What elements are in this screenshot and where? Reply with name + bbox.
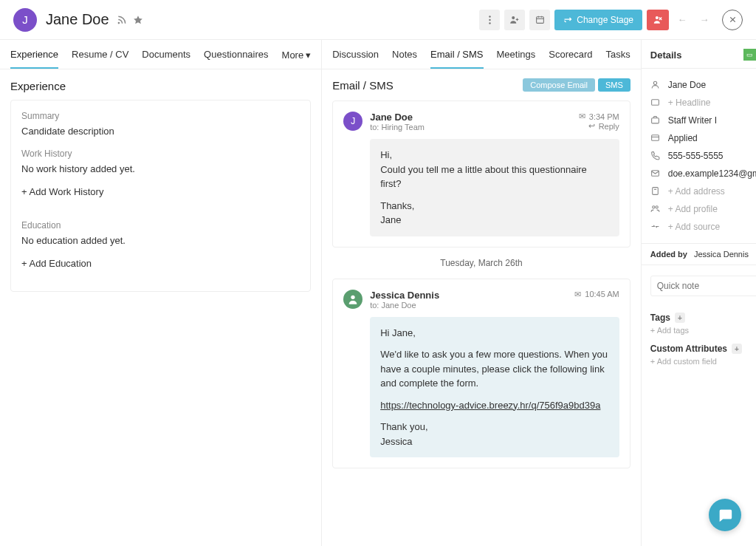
id-icon <box>650 98 661 108</box>
add-custom-button[interactable]: + <box>732 344 742 354</box>
date-divider: Tuesday, March 26th <box>332 258 630 268</box>
tab-scorecard[interactable]: Scorecard <box>549 49 592 69</box>
detail-email: doe.example1234@gmail.com <box>668 168 756 179</box>
detail-position: Staff Writer I <box>668 115 717 126</box>
svg-rect-24 <box>652 188 658 195</box>
close-button[interactable] <box>722 10 743 30</box>
person-icon <box>650 80 661 90</box>
msg-avatar: J <box>343 112 362 131</box>
msg-avatar <box>343 290 362 309</box>
svg-point-0 <box>118 22 119 23</box>
next-button[interactable]: → <box>695 11 713 29</box>
svg-point-5 <box>512 16 515 19</box>
star-icon[interactable] <box>133 15 143 25</box>
chat-bubble[interactable] <box>709 499 741 531</box>
add-custom-field-link[interactable]: + Add custom field <box>650 357 756 366</box>
msg-to: to: Hiring Team <box>370 123 425 132</box>
envelope-icon: ✉ <box>574 290 581 299</box>
education-label: Education <box>21 220 300 231</box>
view-toggle-card[interactable]: ▭ <box>743 49 756 61</box>
sms-button[interactable]: SMS <box>598 78 630 92</box>
add-work-history-link[interactable]: + Add Work History <box>21 186 300 197</box>
message: J Jane Doe to: Hiring Team ✉ 3:34 PM ↩ R… <box>332 100 630 248</box>
svg-point-4 <box>489 22 490 24</box>
questionnaire-link[interactable]: https://technology-advice.breezy.hr/q/75… <box>380 400 600 411</box>
quick-note-input[interactable] <box>657 281 756 291</box>
briefcase-icon <box>650 115 661 126</box>
detail-name: Jane Doe <box>668 80 706 90</box>
svg-rect-21 <box>651 135 659 141</box>
education-text: No education added yet. <box>21 235 300 246</box>
change-stage-button[interactable]: Change Stage <box>554 10 642 30</box>
status-icon <box>650 133 661 143</box>
svg-point-3 <box>489 18 490 20</box>
custom-attrs-title: Custom Attributes <box>650 344 727 354</box>
disqualify-button[interactable] <box>647 10 669 30</box>
svg-point-26 <box>652 206 654 208</box>
tab-documents[interactable]: Documents <box>142 49 190 69</box>
compose-email-button[interactable]: Compose Email <box>523 78 595 92</box>
svg-point-17 <box>351 295 355 298</box>
added-by-value: Jessica Dennis <box>694 250 749 259</box>
more-button[interactable] <box>479 10 500 30</box>
prev-button[interactable]: ← <box>673 11 691 29</box>
mid-title: Email / SMS <box>332 79 394 92</box>
svg-rect-20 <box>651 118 659 123</box>
experience-panel: Summary Candidate description Work Histo… <box>10 100 311 292</box>
svg-rect-19 <box>651 100 659 106</box>
reply-link[interactable]: ↩ Reply <box>579 121 619 131</box>
email-icon <box>650 168 661 179</box>
add-tag-button[interactable]: + <box>675 313 685 323</box>
add-address-link[interactable]: + Add address <box>668 186 725 197</box>
middle-column: Discussion Notes Email / SMS Meetings Sc… <box>322 40 642 546</box>
svg-point-27 <box>656 206 658 208</box>
candidate-avatar: J <box>13 8 37 32</box>
msg-body: Hi,Could you tell me a little about this… <box>370 139 619 236</box>
msg-from: Jessica Dennis <box>370 290 439 301</box>
phone-icon <box>650 151 661 161</box>
thread: J Jane Doe to: Hiring Team ✉ 3:34 PM ↩ R… <box>322 100 641 479</box>
svg-point-12 <box>656 16 659 19</box>
summary-text: Candidate description <box>21 126 300 137</box>
tab-questionnaires[interactable]: Questionnaires <box>204 49 268 69</box>
tab-tasks[interactable]: Tasks <box>606 49 630 69</box>
chevron-down-icon: ▾ <box>306 50 311 61</box>
tab-more[interactable]: More▾ <box>282 49 312 69</box>
add-headline-link[interactable]: + Headline <box>668 98 711 108</box>
right-column: Details ▭ ▢ Jane Doe + Headline Staff Wr… <box>642 40 756 546</box>
tab-meetings[interactable]: Meetings <box>497 49 536 69</box>
source-icon <box>650 222 661 232</box>
tags-title: Tags <box>650 313 670 323</box>
msg-time: 3:34 PM <box>589 112 619 121</box>
details-title: Details <box>650 50 682 61</box>
svg-rect-8 <box>536 17 543 24</box>
svg-marker-1 <box>134 16 142 24</box>
work-history-text: No work history added yet. <box>21 163 300 174</box>
tab-resume[interactable]: Resume / CV <box>72 49 128 69</box>
tab-discussion[interactable]: Discussion <box>332 49 379 69</box>
added-by: Added by Jessica Dennis <box>642 244 756 265</box>
add-education-link[interactable]: + Add Education <box>21 258 300 269</box>
quick-note[interactable]: 🔒 <box>650 276 756 296</box>
work-history-label: Work History <box>21 149 300 159</box>
msg-time: 10:45 AM <box>585 290 619 298</box>
user-button[interactable] <box>504 10 525 30</box>
tab-email-sms[interactable]: Email / SMS <box>430 49 484 69</box>
header: J Jane Doe Change Stage ← → <box>0 0 756 40</box>
svg-point-2 <box>489 16 490 17</box>
msg-body: Hi Jane, We'd like to ask you a few more… <box>370 317 619 458</box>
change-stage-label: Change Stage <box>577 15 633 25</box>
tab-notes[interactable]: Notes <box>392 49 417 69</box>
rss-icon[interactable] <box>117 15 127 25</box>
address-icon <box>650 186 661 197</box>
msg-to: to: Jane Doe <box>370 301 439 310</box>
add-tags-link[interactable]: + Add tags <box>650 326 756 335</box>
envelope-icon: ✉ <box>579 112 585 121</box>
tab-experience[interactable]: Experience <box>10 49 58 69</box>
calendar-button[interactable] <box>529 10 550 30</box>
details-list: Jane Doe + Headline Staff Writer I Appli… <box>642 69 756 244</box>
add-source-link[interactable]: + Add source <box>668 222 720 232</box>
detail-phone: 555-555-5555 <box>668 151 724 161</box>
add-profile-link[interactable]: + Add profile <box>668 204 718 214</box>
left-tabs: Experience Resume / CV Documents Questio… <box>0 40 321 69</box>
